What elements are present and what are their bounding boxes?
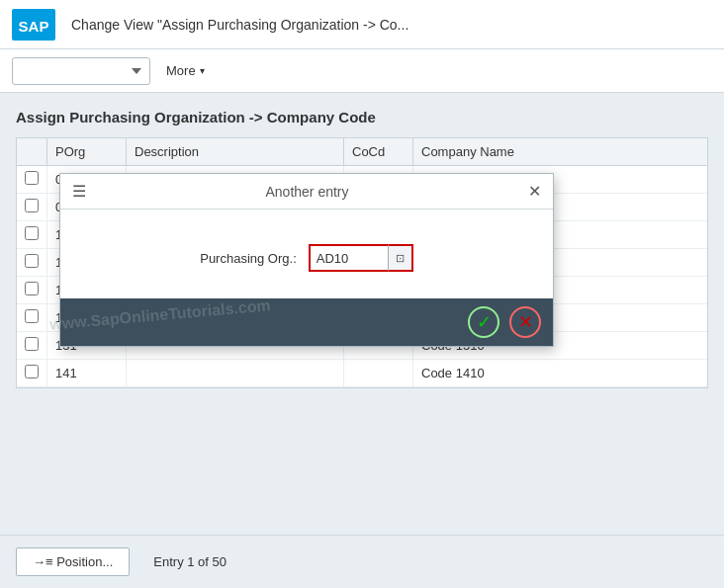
dialog-body: Purchasing Org.: ⊡: [60, 210, 553, 298]
dialog-cancel-button[interactable]: ✕: [509, 306, 541, 338]
field-label: Purchasing Org.:: [200, 251, 297, 266]
dialog-confirm-button[interactable]: ✓: [468, 306, 499, 338]
cancel-icon: ✕: [518, 311, 533, 333]
browse-icon: ⊡: [396, 252, 405, 265]
field-input-group: ⊡: [309, 244, 413, 272]
dialog-header: ☰ Another entry ✕: [60, 174, 553, 210]
dialog-overlay: ☰ Another entry ✕ Purchasing Org.: ⊡ ✓ ✕: [0, 0, 724, 588]
purchasing-org-input[interactable]: [309, 244, 388, 272]
dialog-footer: ✓ ✕: [60, 298, 553, 346]
confirm-icon: ✓: [477, 311, 492, 333]
dialog-menu-icon[interactable]: ☰: [72, 182, 86, 201]
dialog-title: Another entry: [98, 184, 516, 200]
another-entry-dialog: ☰ Another entry ✕ Purchasing Org.: ⊡ ✓ ✕: [59, 173, 554, 347]
dialog-close-button[interactable]: ✕: [528, 184, 541, 200]
field-browse-button[interactable]: ⊡: [388, 244, 413, 272]
